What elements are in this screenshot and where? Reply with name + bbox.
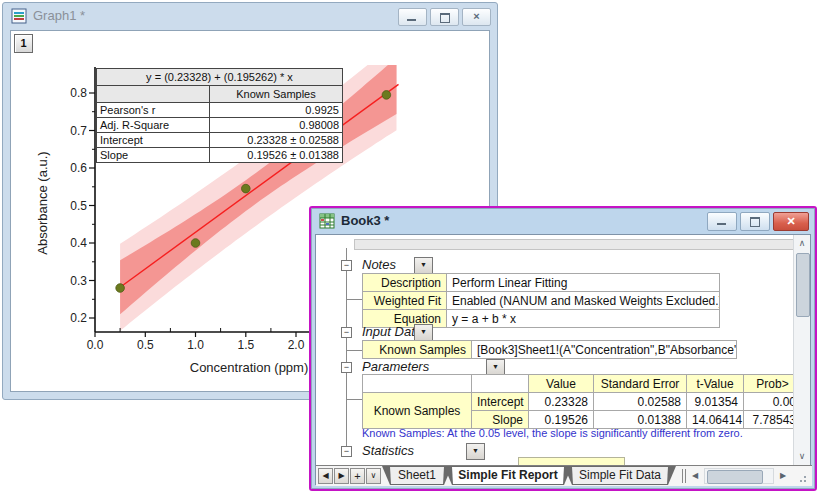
notes-row-label[interactable]: Description [363, 274, 447, 292]
svg-text:0.5: 0.5 [70, 199, 87, 213]
notes-row-label[interactable]: Weighted Fit [363, 292, 447, 310]
maximize-button[interactable] [740, 212, 770, 231]
book3-title: Book3 * [341, 208, 389, 234]
tree-line [346, 350, 362, 351]
tree-line [346, 399, 362, 400]
param-header[interactable]: Standard Error [594, 375, 687, 393]
add-sheet-button[interactable]: + [350, 468, 365, 484]
graph-icon [11, 8, 27, 24]
statistics-section-label[interactable]: Statistics [362, 443, 414, 459]
restore-icon [440, 13, 450, 23]
svg-text:1.0: 1.0 [187, 338, 204, 352]
tab-next-button[interactable]: ▶ [334, 468, 349, 484]
empty-cell[interactable] [472, 375, 529, 393]
param-tvalue[interactable]: 14.06414 [687, 411, 744, 429]
param-value[interactable]: 0.19526 [529, 411, 594, 429]
input-data-section-label[interactable]: Input Data [362, 324, 422, 340]
input-data-dropdown-button[interactable]: ▼ [414, 324, 433, 341]
empty-cell[interactable] [363, 375, 472, 393]
statistics-table-partial [518, 457, 625, 465]
minimize-button[interactable] [398, 8, 427, 26]
close-icon: ✕ [774, 213, 808, 229]
vertical-scroll-thumb[interactable] [796, 253, 810, 317]
svg-text:Concentration (ppm): Concentration (ppm) [190, 360, 309, 375]
fit-row-label: Slope [97, 148, 210, 163]
input-row-label[interactable]: Known Samples [363, 341, 472, 359]
param-name[interactable]: Slope [472, 411, 529, 429]
param-row-group[interactable]: Known Samples [363, 393, 472, 429]
restore-button[interactable] [430, 8, 459, 26]
fit-row-label: Intercept [97, 133, 210, 148]
scroll-up-arrow[interactable]: ∧ [794, 235, 810, 251]
parameters-collapse-toggle[interactable]: − [341, 362, 352, 373]
hscroll-left-arrow[interactable]: ◀ [687, 468, 703, 484]
svg-text:0.6: 0.6 [70, 161, 87, 175]
svg-text:2.0: 2.0 [288, 338, 305, 352]
report-sheet[interactable]: − Notes ▼ Description Perform Linear Fit… [316, 235, 795, 465]
input-row-value[interactable]: [Book3]Sheet1!(A"Concentration",B"Absorb… [472, 341, 737, 359]
tab-scroll-divider [685, 469, 686, 483]
fit-row-value: 0.98008 [210, 118, 343, 133]
param-stderr[interactable]: 0.01388 [594, 411, 687, 429]
layer-1-button[interactable]: 1 [14, 34, 33, 53]
param-value[interactable]: 0.23328 [529, 393, 594, 411]
tab-simple-fit-data[interactable]: Simple Fit Data [564, 466, 676, 485]
notes-section-label[interactable]: Notes [362, 257, 396, 273]
workbook-content: − Notes ▼ Description Perform Linear Fit… [315, 234, 811, 485]
fit-results-table[interactable]: y = (0.23328) + (0.195262) * x Known Sam… [96, 68, 343, 163]
horizontal-scroll-thumb[interactable] [707, 470, 763, 484]
input-data-table[interactable]: Known Samples [Book3]Sheet1!(A"Concentra… [362, 340, 737, 359]
tree-line [346, 299, 362, 300]
close-button[interactable]: ✕ [773, 212, 809, 231]
tab-sheet1[interactable]: Sheet1 [382, 466, 452, 485]
notes-row-value[interactable]: y = a + b * x [447, 310, 720, 328]
param-stderr[interactable]: 0.02588 [594, 393, 687, 411]
scroll-down-arrow[interactable]: ∨ [794, 448, 810, 464]
notes-row-value[interactable]: Enabled (NANUM and Masked Weights Exclud… [447, 292, 720, 310]
statistics-dropdown-button[interactable]: ▼ [466, 443, 485, 460]
svg-text:0.2: 0.2 [70, 311, 87, 325]
sheet-list-button[interactable]: ∨ [366, 468, 381, 484]
book3-window: Book3 * ✕ − Notes ▼ Description Perform … [309, 206, 817, 491]
notes-table[interactable]: Description Perform Linear Fitting Weigh… [362, 273, 720, 328]
input-data-collapse-toggle[interactable]: − [341, 327, 352, 338]
param-header[interactable]: Value [529, 375, 594, 393]
fit-row-value: 0.19526 ± 0.01388 [210, 148, 343, 163]
param-tvalue[interactable]: 9.01354 [687, 393, 744, 411]
close-icon: × [463, 9, 490, 24]
parameters-table[interactable]: Value Standard Error t-Value Prob> Known… [362, 374, 795, 429]
statistics-collapse-toggle[interactable]: − [341, 446, 352, 457]
fit-row-label: Adj. R-Square [97, 118, 210, 133]
desktop: { "graph": { "title": "Graph1 *", "layer… [0, 0, 820, 493]
param-prob[interactable]: 0.00 [744, 393, 796, 411]
workbook-icon [319, 213, 335, 229]
tab-scroll-divider [682, 469, 683, 483]
param-name[interactable]: Intercept [472, 393, 529, 411]
tab-prev-button[interactable]: ◀ [318, 468, 333, 484]
hscroll-right-arrow[interactable]: ▶ [775, 468, 791, 484]
sheet-tab-bar: ◀ ▶ + ∨ Sheet1 Simple Fit Report Simple … [316, 465, 812, 486]
notes-row-value[interactable]: Perform Linear Fitting [447, 274, 720, 292]
svg-text:Absorbance (a.u.): Absorbance (a.u.) [35, 151, 50, 254]
tab-simple-fit-report[interactable]: Simple Fit Report [444, 466, 572, 485]
column-header-strip [354, 239, 795, 250]
fit-row-label: Pearson's r [97, 103, 210, 118]
graph1-titlebar[interactable]: Graph1 * × [3, 3, 497, 29]
param-prob[interactable]: 7.78543 [744, 411, 796, 429]
parameters-section-label[interactable]: Parameters [362, 359, 429, 375]
svg-text:0.7: 0.7 [70, 124, 87, 138]
minimize-icon [407, 19, 416, 21]
fit-equation: y = (0.23328) + (0.195262) * x [97, 69, 343, 86]
param-header[interactable]: Prob> [744, 375, 796, 393]
horizontal-scrollbar[interactable] [704, 468, 774, 484]
close-button[interactable]: × [462, 8, 491, 26]
vertical-scrollbar[interactable]: ∧ ∨ [793, 235, 810, 465]
svg-text:0.8: 0.8 [70, 86, 87, 100]
book3-titlebar[interactable]: Book3 * ✕ [311, 208, 815, 234]
fit-column-header: Known Samples [210, 86, 343, 103]
param-header[interactable]: t-Value [687, 375, 744, 393]
graph1-title: Graph1 * [33, 3, 85, 29]
notes-collapse-toggle[interactable]: − [341, 260, 352, 271]
notes-dropdown-button[interactable]: ▼ [414, 257, 433, 274]
minimize-button[interactable] [707, 212, 737, 231]
